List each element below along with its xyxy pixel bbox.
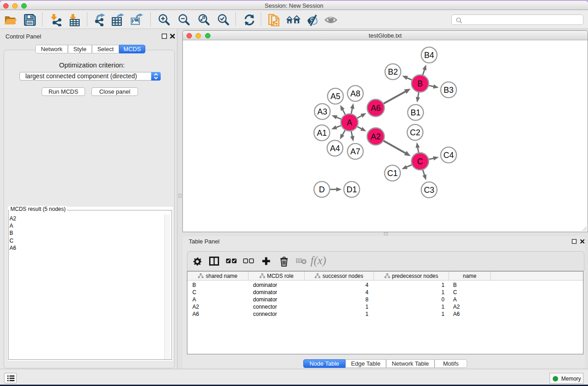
svg-text:C2: C2: [410, 128, 420, 137]
svg-text:A8: A8: [350, 89, 360, 98]
svg-text:A4: A4: [330, 144, 340, 153]
svg-text:B4: B4: [424, 51, 434, 60]
svg-text:C: C: [417, 157, 423, 166]
svg-text:A: A: [347, 118, 352, 127]
svg-text:B3: B3: [444, 86, 454, 95]
svg-text:C3: C3: [424, 186, 434, 195]
svg-text:A7: A7: [350, 147, 360, 156]
svg-text:D1: D1: [346, 185, 357, 194]
svg-text:C1: C1: [387, 169, 397, 178]
svg-text:A1: A1: [317, 129, 327, 138]
svg-text:A5: A5: [330, 92, 340, 101]
svg-text:A6: A6: [371, 104, 381, 113]
svg-text:D: D: [319, 185, 325, 194]
svg-text:A3: A3: [317, 107, 327, 116]
svg-text:B: B: [417, 79, 423, 88]
svg-text:A2: A2: [371, 132, 381, 141]
svg-text:B2: B2: [388, 67, 398, 76]
svg-text:B1: B1: [411, 108, 421, 117]
svg-text:C4: C4: [443, 151, 454, 160]
